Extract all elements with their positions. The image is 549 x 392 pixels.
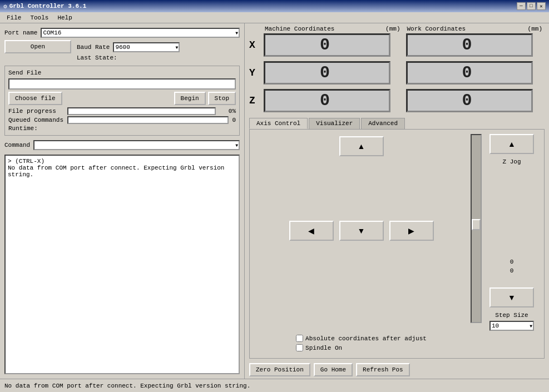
refresh-pos-button[interactable]: Refresh Pos [356, 363, 410, 376]
absolute-coords-row: Absolute coordinates after adjust [296, 335, 427, 342]
console-line-1: No data from COM port after connect. Exp… [8, 165, 236, 178]
work-coord-unit: (mm) [528, 26, 542, 32]
jog-up-button[interactable]: ▲ [339, 136, 384, 156]
spindle-on-checkbox[interactable] [296, 344, 303, 351]
jog-down-button[interactable]: ▼ [339, 221, 384, 241]
close-button[interactable]: ✕ [537, 2, 546, 10]
bottom-buttons: Zero Position Go Home Refresh Pos [245, 361, 549, 379]
z-slider-thumb[interactable] [472, 219, 481, 230]
work-x-value: 0 [462, 36, 476, 54]
open-button[interactable]: Open [4, 40, 71, 53]
left-panel: Port name COM16 Open Baud Rate 9600 1920… [0, 23, 245, 379]
z-up-button[interactable]: ▲ [489, 134, 534, 154]
z-slider-val1: 0 [510, 259, 514, 265]
machine-y-value: 0 [320, 63, 334, 82]
z-jog-label: Z Jog [502, 158, 521, 165]
coord-row-y: Y 0 0 [245, 60, 549, 88]
status-message: No data from COM port after connect. Exp… [4, 383, 250, 389]
maximize-button[interactable]: □ [527, 2, 536, 10]
tab-content: ▲ ◀ ▼ ▶ Absolute coordinates after [249, 129, 545, 359]
menu-bar: File Tools Help [0, 12, 549, 23]
machine-z-value: 0 [320, 91, 334, 110]
work-coord-label: Work Coordinates [407, 26, 466, 32]
axis-y-label: Y [249, 67, 260, 78]
work-y-value: 0 [462, 63, 476, 82]
port-select[interactable]: COM16 [41, 28, 240, 38]
machine-z-display: 0 [264, 89, 390, 112]
machine-coord-unit: (mm) [385, 26, 400, 32]
absolute-coords-checkbox[interactable] [296, 335, 303, 342]
jog-left-button[interactable]: ◀ [289, 221, 334, 241]
work-z-value: 0 [462, 91, 476, 110]
status-bar: No data from COM port after connect. Exp… [0, 379, 549, 392]
send-file-title: Send File [8, 70, 236, 76]
right-panel: Machine Coordinates (mm) Work Coordinate… [245, 23, 549, 379]
tab-axis-control[interactable]: Axis Control [249, 118, 308, 129]
work-z-display: 0 [406, 89, 533, 112]
coord-row-x: X 0 0 [245, 32, 549, 60]
axis-z-label: Z [249, 95, 260, 106]
file-progress-label: File progress [8, 108, 64, 115]
z-jog-section: ▲ Z Jog 0 0 ▼ Step Size 1 5 [484, 134, 540, 354]
app-title: Grbl Controller 3.6.1 [9, 3, 87, 9]
spindle-on-label: Spindle On [305, 345, 342, 351]
console-area: > (CTRL-X) No data from COM port after c… [4, 155, 240, 374]
port-label: Port name [4, 29, 37, 36]
axis-x-label: X [249, 39, 260, 51]
stop-button[interactable]: Stop [208, 92, 236, 105]
absolute-coords-label: Absolute coordinates after adjust [305, 335, 427, 342]
tabs-bar: Axis Control Visualizer Advanced [245, 116, 549, 129]
app-icon: ⚙ [3, 3, 7, 10]
tab-advanced[interactable]: Advanced [361, 118, 405, 129]
work-y-display: 0 [406, 61, 533, 85]
menu-tools[interactable]: Tools [26, 13, 53, 22]
file-path-input[interactable] [8, 78, 236, 90]
command-label: Command [4, 142, 30, 148]
minimize-button[interactable]: — [517, 2, 526, 10]
file-progress-bar [67, 107, 216, 115]
baud-label: Baud Rate [77, 44, 110, 51]
jog-right-button[interactable]: ▶ [389, 221, 434, 241]
begin-button[interactable]: Begin [174, 92, 206, 105]
axis-control-panel: ▲ ◀ ▼ ▶ Absolute coordinates after [254, 134, 540, 354]
last-state-label: Last State: [77, 54, 180, 61]
console-line-0: > (CTRL-X) [8, 158, 236, 165]
xy-jog: ▲ ◀ ▼ ▶ Absolute coordinates after [254, 134, 468, 354]
file-progress-pct: 0% [219, 108, 236, 115]
choose-file-button[interactable]: Choose file [8, 92, 62, 105]
z-down-button[interactable]: ▼ [489, 287, 534, 307]
machine-x-value: 0 [320, 36, 334, 54]
spindle-on-row: Spindle On [296, 344, 427, 351]
baud-select[interactable]: 9600 19200 38400 57600 115200 [113, 42, 180, 52]
go-home-button[interactable]: Go Home [314, 363, 353, 376]
machine-y-display: 0 [264, 61, 390, 85]
z-slider-val2: 0 [510, 267, 514, 274]
coords-headers: Machine Coordinates (mm) Work Coordinate… [245, 23, 549, 32]
work-x-display: 0 [406, 33, 533, 57]
menu-file[interactable]: File [2, 13, 26, 22]
command-select[interactable] [33, 140, 240, 150]
machine-x-display: 0 [264, 33, 390, 57]
runtime-label: Runtime: [8, 125, 38, 132]
tab-visualizer[interactable]: Visualizer [309, 118, 360, 129]
step-size-select[interactable]: 1 5 10 50 100 [489, 321, 534, 331]
title-bar: ⚙ Grbl Controller 3.6.1 — □ ✕ [0, 0, 549, 12]
queued-count: 0 [232, 117, 236, 123]
queued-commands-label: Queued Commands [8, 117, 64, 123]
zero-position-button[interactable]: Zero Position [249, 363, 310, 376]
coord-row-z: Z 0 0 [245, 88, 549, 116]
z-slider[interactable] [471, 134, 482, 323]
menu-help[interactable]: Help [53, 13, 76, 22]
machine-coord-label: Machine Coordinates [265, 26, 334, 32]
step-size-label: Step Size [495, 312, 528, 319]
queued-bar [67, 116, 229, 124]
